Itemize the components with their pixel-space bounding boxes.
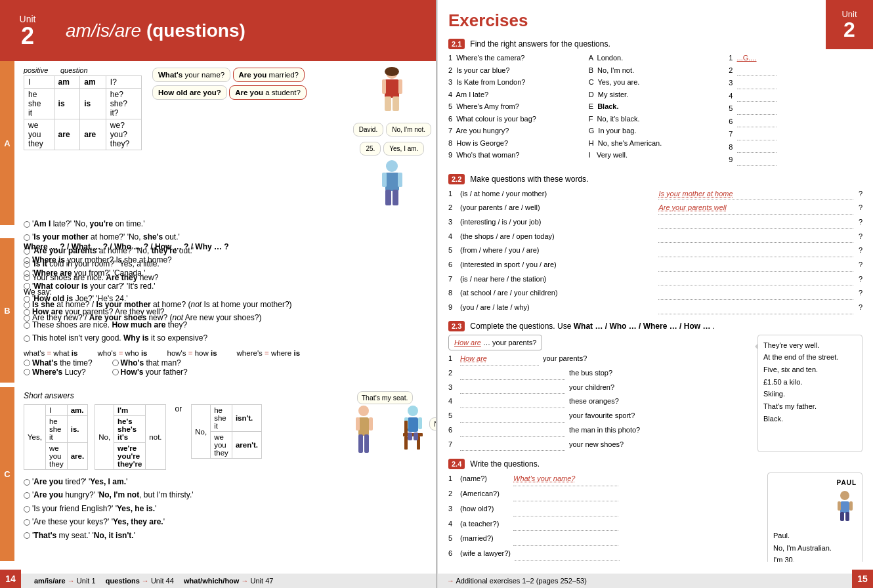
- svg-rect-18: [364, 434, 369, 453]
- formula-whats: what's = what is: [24, 349, 77, 357]
- b2-examples-cols: What's the time? Where's Lucy? Who's tha…: [24, 358, 431, 377]
- ex-2-4-questions: 1 (name?) What's your name? 2 (American?…: [448, 472, 761, 562]
- example-line: How are your parents? Are they well?: [24, 306, 431, 319]
- list-item: 4 Am I late?: [448, 89, 582, 100]
- paul-figure: [834, 490, 857, 523]
- example-line: These shoes are nice. How much are they?: [24, 319, 431, 332]
- response-bubbles-2: 25. Yes, I am.: [360, 140, 424, 157]
- bullet: [24, 283, 30, 289]
- svg-rect-28: [414, 432, 418, 440]
- section-b-content: Where … ? / What … ? / Who … ? / How … ?…: [18, 238, 436, 381]
- ex-2-1-num: 2.1: [448, 39, 465, 49]
- list-item: 4: [729, 91, 862, 102]
- scene-area: That's my seat. No, it isn't.: [268, 404, 431, 465]
- list-item: 3 Is Kate from London?: [448, 77, 582, 88]
- example-line: 'Where are you from?' 'Canada.': [24, 267, 431, 280]
- section-b-title: Where … ? / What … ? / Who … ? / How … ?…: [24, 242, 431, 251]
- ex-2-1-grid: 1 Where's the camera? 2 Is your car blue…: [448, 52, 862, 167]
- example-line: Where is your mother? Is she at home?: [24, 254, 431, 267]
- table-row: Yes, I am.: [24, 405, 88, 416]
- list-item: 8 How is George?: [448, 138, 582, 149]
- svg-point-13: [358, 406, 369, 416]
- callout-box: How are … your parents?: [448, 335, 542, 351]
- list-item: 4 (a teacher?): [448, 518, 761, 532]
- list-item: 7 Are you hungry?: [448, 125, 582, 136]
- list-item: 2 (your parents / are / well) Are your p…: [448, 201, 862, 215]
- bubble-are-you-student: Are you a student?: [229, 85, 307, 100]
- section-c-content: Short answers Yes, I am. he she it is. w…: [18, 387, 436, 546]
- example-line: 'What colour is your car?' 'It's red.': [24, 280, 431, 293]
- list-item: No, I'm Australian.: [773, 542, 857, 555]
- figures-area: David. No, I'm not. 25. Yes, I am.: [353, 66, 431, 212]
- svg-point-7: [386, 160, 398, 172]
- unit-number-right: 2: [843, 19, 855, 40]
- example-line: 'Is your friend English?' 'Yes, he is.': [24, 502, 431, 515]
- table-row: we you they are are we? you? they?: [24, 119, 142, 150]
- example-line: Who's that man?: [112, 358, 188, 368]
- title-prefix: am/is/are: [66, 20, 141, 41]
- ex-2-3-instruction: Complete the questions. Use What … / Who…: [470, 322, 715, 331]
- list-item: I Very well.: [589, 150, 723, 161]
- list-item: D My sister.: [589, 89, 723, 100]
- ex-2-1-instruction: Find the right answers for the questions…: [470, 39, 610, 49]
- table-row: he she it is is he? she? it?: [24, 89, 142, 119]
- list-item: Black.: [763, 413, 857, 425]
- list-item: 9: [729, 154, 862, 166]
- table-row: No, he she it isn't.: [192, 405, 262, 432]
- ex-2-2-instruction: Make questions with these words.: [470, 175, 588, 184]
- list-item: E Black.: [589, 101, 723, 112]
- list-item: Paul.: [773, 530, 857, 542]
- list-item: 5 your favourite sport?: [448, 410, 751, 423]
- bullet: [24, 519, 30, 526]
- ex-2-4-num: 2.4: [448, 459, 465, 469]
- exercise-2-2: 2.2 Make questions with these words. 1 (…: [448, 174, 862, 314]
- right-page: Unit 2 Exercises 2.1 Find the right answ…: [437, 0, 873, 588]
- list-item: 1 ...G....: [729, 52, 862, 64]
- list-item: 6 (interested in sport / you / are) ?: [448, 259, 862, 272]
- bubble-no-it-isnt: No, it isn't.: [429, 417, 436, 430]
- ex-2-2-num: 2.2: [448, 174, 465, 184]
- short-answers-tables: Yes, I am. he she it is. we you they are…: [24, 404, 431, 470]
- example-line: How's your father?: [112, 368, 188, 377]
- page-footer-right: → Additional exercises 1–2 (pages 252–53…: [437, 574, 873, 588]
- example-line: 'Are you hungry?' 'No, I'm not, but I'm …: [24, 488, 431, 501]
- exercise-2-4: 2.4 Write the questions. 1 (name?) What'…: [448, 459, 862, 562]
- left-page: Unit 2 am/is/are (questions) A positive …: [0, 0, 436, 588]
- list-item: 7: [729, 129, 862, 140]
- list-item: At the end of the street.: [763, 351, 857, 364]
- svg-rect-3: [398, 79, 402, 94]
- ex-2-3-num: 2.3: [448, 321, 465, 331]
- list-item: 7 (is / near here / the station) ?: [448, 273, 862, 286]
- ex-2-1-answers: A London. B No, I'm not. C Yes, you are.…: [589, 52, 723, 167]
- page-title: am/is/are (questions): [66, 20, 245, 41]
- bullet: [24, 506, 30, 513]
- example-line: What's the time?: [24, 358, 93, 368]
- bubble-thats-my-seat: That's my seat.: [357, 391, 413, 404]
- ex-2-1-questions: 1 Where's the camera? 2 Is your car blue…: [448, 52, 582, 167]
- example-line: This hotel isn't very good. Why is it so…: [24, 332, 431, 345]
- bullet: [24, 322, 30, 329]
- list-item: 8 (at school / are / your children) ?: [448, 287, 862, 300]
- or-divider: or: [175, 404, 182, 413]
- svg-rect-17: [358, 434, 363, 453]
- b2-left-col: What's the time? Where's Lucy?: [24, 358, 93, 377]
- page-number-left: 14: [0, 570, 21, 588]
- svg-rect-5: [393, 96, 399, 111]
- list-item: 8: [729, 142, 862, 154]
- bubble-25: 25.: [360, 142, 381, 156]
- bubble-how-old: How old are you?: [152, 85, 227, 100]
- ex-2-3-layout: How are … your parents? 1 How are your p…: [448, 335, 862, 453]
- bullet: [24, 369, 30, 375]
- section-b-examples: Where is your mother? Is she at home? 'W…: [24, 254, 431, 345]
- callout-area: How are … your parents?: [448, 335, 751, 351]
- list-item: They're very well.: [763, 339, 857, 352]
- ex-2-4-responses: PAUL Paul. No, I'm Australian.: [767, 472, 862, 562]
- section-c: C Short answers Yes, I am. he she it is.: [0, 387, 436, 546]
- response-bubbles: David. No, I'm not.: [353, 121, 431, 138]
- list-item: 6 the man in this photo?: [448, 424, 751, 437]
- list-item: 6 What colour is your bag?: [448, 114, 582, 125]
- bullet: [24, 270, 30, 277]
- formula-wheres: where's = where is: [237, 349, 301, 357]
- svg-rect-16: [369, 417, 373, 430]
- example-line: 'Are you tired?' 'Yes, I am.': [24, 475, 431, 488]
